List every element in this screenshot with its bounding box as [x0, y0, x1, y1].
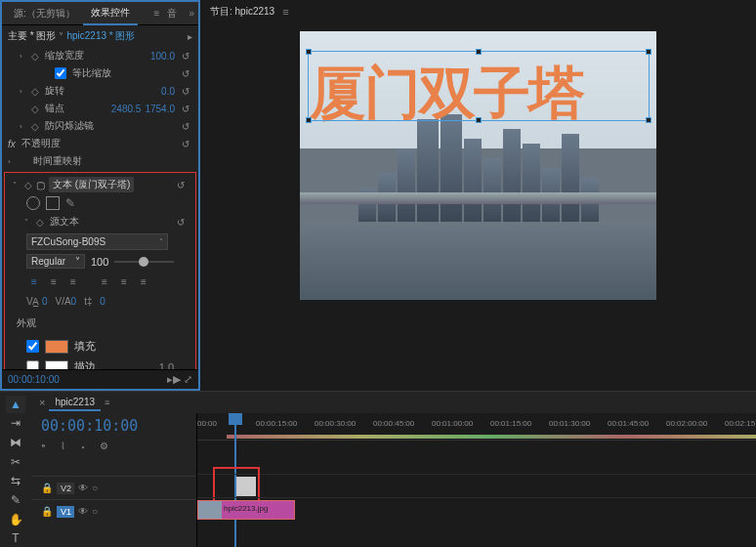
font-size-slider[interactable]	[114, 261, 174, 263]
text-properties-highlighted: ˅ ◇ ▢ 文本 (厦门双子塔) ↺ ✎ ˅◇ 源文本 ↺ FZCu	[4, 172, 196, 369]
font-name: FZCuSong-B09S	[31, 236, 105, 247]
work-area-bar[interactable]	[227, 435, 756, 439]
text-selection-handles[interactable]	[308, 51, 650, 121]
align-left-icon[interactable]: ≡	[26, 274, 42, 288]
chevron-down-icon: ˅	[159, 237, 163, 246]
sequence-tab[interactable]: hpic2213	[49, 395, 101, 411]
lock-icon[interactable]: 🔒	[41, 506, 53, 517]
lock-icon[interactable]: 🔒	[41, 483, 53, 493]
mask-icon[interactable]: ▢	[36, 180, 45, 190]
reset-icon[interactable]: ↺	[179, 68, 192, 79]
mask-shapes: ✎	[7, 194, 193, 212]
razor-tool-icon[interactable]: ✂	[6, 453, 25, 471]
linked-selection-icon[interactable]: ⌇	[61, 441, 74, 454]
fill-label: 填充	[74, 339, 96, 354]
tracking-icon: VA̲	[26, 296, 40, 307]
font-weight-select[interactable]: Regular ˅	[26, 254, 85, 269]
graphics-clip[interactable]	[236, 477, 256, 496]
prop-antiflicker[interactable]: ›◇ 防闪烁滤镜 ↺	[2, 117, 198, 135]
timeline-tracks-area[interactable]: 00:00 00:00:15:00 00:00:30:00 00:00:45:0…	[197, 413, 756, 547]
stroke-width[interactable]: 1.0	[159, 361, 174, 370]
master-label: 主要 * 图形	[8, 29, 56, 43]
appearance-heading: 外观	[7, 311, 193, 336]
track-v1-lane[interactable]: hpic2213.jpg	[197, 497, 756, 521]
type-tool-icon[interactable]: T	[6, 529, 25, 547]
track-select-tool-icon[interactable]: ⇥	[6, 415, 25, 433]
toggle-output-icon[interactable]: 👁	[78, 506, 88, 517]
no-sequence-icon[interactable]: ×	[39, 397, 45, 408]
align-center-icon[interactable]: ≡	[46, 274, 62, 288]
text-layer-name[interactable]: 文本 (厦门双子塔)	[49, 177, 134, 192]
program-monitor-tabs[interactable]: 节目: hpic2213 ≡	[200, 0, 756, 23]
fx-time-remap[interactable]: › 时间重映射	[2, 152, 198, 170]
track-target[interactable]: V2	[57, 483, 74, 494]
tab-effect-controls[interactable]: 效果控件	[83, 2, 138, 25]
panel-menu-icon[interactable]: ≡	[282, 6, 288, 18]
fx-opacity[interactable]: fx 不透明度 ↺	[2, 135, 198, 152]
text-layer-header[interactable]: ˅ ◇ ▢ 文本 (厦门双子塔) ↺	[7, 175, 193, 194]
timeline-timecode[interactable]: 00:00:10:00	[31, 413, 196, 439]
stopwatch-icon[interactable]: ◇	[24, 180, 36, 190]
tab-audio[interactable]: 音	[159, 3, 185, 24]
align-justify-last-right-icon[interactable]: ≡	[136, 274, 151, 288]
align-right-icon[interactable]: ≡	[65, 274, 81, 288]
effect-controls-tabs[interactable]: 源:（无剪辑） 效果控件 ≡ 音 »	[2, 2, 198, 25]
tool-palette: ▲ ⇥ ⧓ ✂ ⇆ ✎ ✋ T	[0, 392, 31, 547]
toggle-output-icon[interactable]: 👁	[78, 483, 88, 493]
selection-tool-icon[interactable]: ▲	[6, 396, 25, 413]
stroke-color-swatch[interactable]	[45, 360, 68, 370]
tracking-row: VA̲0 V/A0 t‡0	[7, 292, 193, 311]
font-size-value[interactable]: 100	[91, 256, 108, 268]
fill-color-swatch[interactable]	[45, 340, 68, 354]
expand-icon[interactable]: ›	[20, 52, 31, 61]
marker-icon[interactable]: ⬩	[80, 441, 94, 454]
ellipse-mask-icon[interactable]	[26, 196, 40, 210]
chevron-down-icon: ˅	[75, 256, 80, 267]
track-v1-header[interactable]: 🔒 V1 👁 ○	[31, 499, 196, 523]
keyframe-icon[interactable]: ◇	[31, 51, 43, 62]
sync-lock-icon[interactable]: ○	[92, 506, 98, 517]
kerning-icon: V/A	[56, 296, 69, 307]
time-ruler[interactable]: 00:00 00:00:15:00 00:00:30:00 00:00:45:0…	[197, 413, 756, 441]
settings-icon[interactable]: ⚙	[100, 441, 113, 454]
fill-checkbox[interactable]	[26, 340, 39, 353]
clip-label: hpic2213.jpg	[224, 504, 268, 513]
prop-rotation[interactable]: ›◇ 旋转 0.0 ↺	[2, 82, 198, 100]
ripple-edit-tool-icon[interactable]: ⧓	[6, 434, 25, 451]
font-family-select[interactable]: FZCuSong-B09S ˅	[26, 233, 168, 250]
prop-scale-width[interactable]: › ◇ 缩放宽度 100.0 ↺	[2, 47, 198, 64]
reset-icon[interactable]: ↺	[179, 51, 192, 62]
sync-lock-icon[interactable]: ○	[92, 483, 98, 493]
stroke-checkbox[interactable]	[26, 360, 39, 369]
leading-icon: t‡	[84, 296, 98, 307]
track-header-area: 00:00:10:00 ⁍ ⌇ ⬩ ⚙ 🔒 V2 👁 ○ 🔒	[31, 413, 197, 547]
tabs-overflow[interactable]: »	[189, 8, 194, 19]
prop-anchor[interactable]: ›◇ 锚点 2480.5 1754.0 ↺	[2, 100, 198, 117]
slip-tool-icon[interactable]: ⇆	[6, 473, 25, 490]
video-preview[interactable]: 厦门双子塔	[300, 31, 656, 300]
rect-mask-icon[interactable]	[46, 196, 60, 210]
hand-tool-icon[interactable]: ✋	[6, 511, 25, 528]
source-text-row[interactable]: ˅◇ 源文本 ↺	[7, 212, 193, 231]
pen-tool-icon[interactable]: ✎	[6, 491, 25, 509]
ec-timecode[interactable]: 00:00:10:00	[8, 374, 60, 385]
panel-menu-icon[interactable]: ≡	[105, 398, 109, 407]
stroke-label: 描边	[74, 359, 96, 369]
prop-uniform-scale[interactable]: 等比缩放 ↺	[2, 64, 198, 82]
track-v2-header[interactable]: 🔒 V2 👁 ○	[31, 476, 196, 499]
track-v2-lane[interactable]	[197, 474, 756, 497]
snap-icon[interactable]: ⁍	[41, 441, 55, 454]
align-justify-icon[interactable]: ≡	[97, 274, 112, 288]
toggle-icon[interactable]: ▸▶ ⤢	[167, 373, 192, 386]
video-clip[interactable]: hpic2213.jpg	[197, 500, 295, 520]
uniform-scale-checkbox[interactable]	[55, 67, 66, 79]
tab-source[interactable]: 源:（无剪辑）	[6, 3, 83, 24]
stroke-row: 描边 1.0	[7, 357, 193, 369]
program-tab[interactable]: 节目: hpic2213	[206, 3, 278, 21]
toggle-timeline-icon[interactable]: ▸	[188, 31, 192, 42]
sequence-link[interactable]: hpic2213 * 图形	[66, 29, 135, 43]
align-justify-last-left-icon[interactable]: ≡	[116, 274, 132, 288]
track-target[interactable]: V1	[57, 506, 74, 518]
pen-mask-icon[interactable]: ✎	[65, 196, 75, 210]
timeline-tabs[interactable]: × hpic2213 ≡	[31, 392, 756, 413]
